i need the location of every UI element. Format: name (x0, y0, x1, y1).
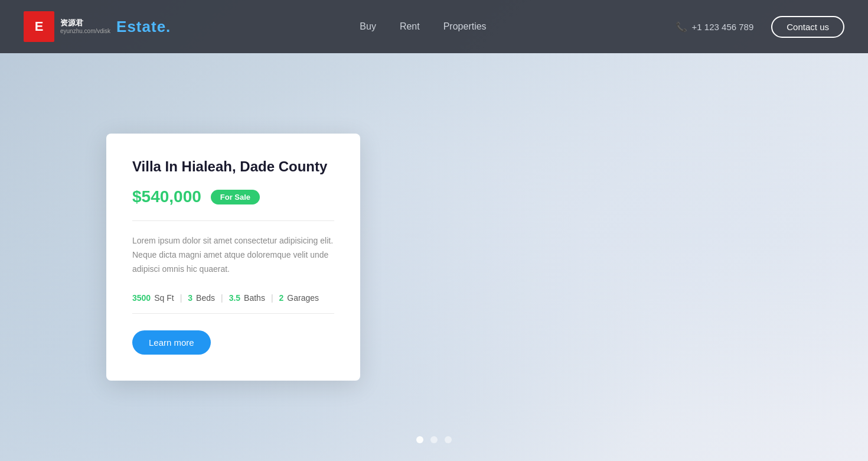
brand: E 资源君 eyunzhu.com/vdisk Estate. (24, 11, 171, 42)
navbar-right: 📞 +1 123 456 789 Contact us (676, 16, 844, 38)
nav-buy[interactable]: Buy (360, 21, 376, 32)
brand-title: Estate. (116, 18, 171, 36)
stat-baths-value: 3.5 (229, 293, 240, 303)
nav-properties[interactable]: Properties (443, 21, 487, 32)
property-description: Lorem ipsum dolor sit amet consectetur a… (132, 234, 334, 276)
property-card: Villa In Hialeah, Dade County $540,000 F… (106, 134, 360, 381)
brand-logo: E (24, 11, 54, 42)
property-stats: 3500 Sq Ft | 3 Beds | 3.5 Baths | 2 Gara… (132, 293, 334, 303)
price-row: $540,000 For Sale (132, 187, 334, 206)
divider-2 (132, 313, 334, 314)
phone-number: +1 123 456 789 (692, 22, 754, 32)
contact-button[interactable]: Contact us (771, 16, 844, 38)
stat-sqft-value: 3500 (132, 293, 151, 303)
brand-chinese: 资源君 (60, 19, 110, 27)
navbar: E 资源君 eyunzhu.com/vdisk Estate. Buy Rent… (0, 0, 868, 53)
phone-icon: 📞 (676, 21, 687, 33)
stat-garages-value: 2 (279, 293, 284, 303)
hero-section: Villa In Hialeah, Dade County $540,000 F… (0, 0, 868, 461)
nav-links: Buy Rent Properties (360, 21, 486, 32)
divider-1 (132, 220, 334, 221)
nav-rent[interactable]: Rent (400, 21, 420, 32)
for-sale-badge: For Sale (211, 190, 260, 204)
carousel-dot-2[interactable] (430, 436, 438, 443)
stat-garages-label: Garages (287, 293, 319, 303)
brand-domain: eyunzhu.com/vdisk (60, 28, 110, 34)
stat-beds-value: 3 (188, 293, 192, 303)
phone-link[interactable]: 📞 +1 123 456 789 (676, 21, 754, 33)
stat-baths-label: Baths (244, 293, 265, 303)
stat-beds-label: Beds (196, 293, 215, 303)
brand-logo-sub: 资源君 eyunzhu.com/vdisk (60, 19, 110, 34)
stat-sqft-label: Sq Ft (154, 293, 174, 303)
learn-more-button[interactable]: Learn more (132, 330, 211, 355)
property-title: Villa In Hialeah, Dade County (132, 157, 334, 176)
carousel-dots (416, 436, 452, 443)
carousel-dot-1[interactable] (416, 436, 423, 443)
property-price: $540,000 (132, 187, 201, 206)
carousel-dot-3[interactable] (445, 436, 452, 443)
